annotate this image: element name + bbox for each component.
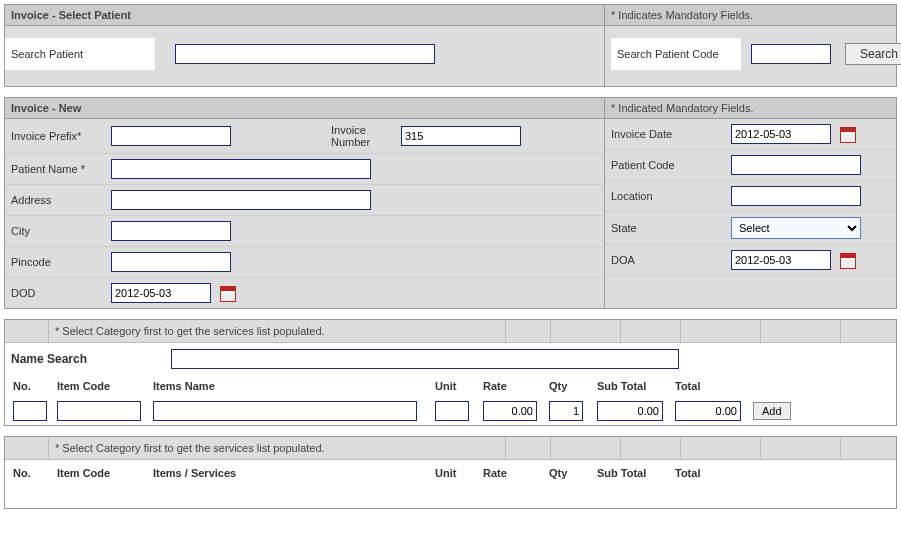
patient-name-label: Patient Name * [11,163,111,175]
city-input[interactable] [111,221,231,241]
patient-name-input[interactable] [111,159,371,179]
scol-rate: Rate [479,464,545,482]
col-sub-total: Sub Total [593,377,671,395]
invoice-date-label: Invoice Date [611,128,731,140]
invoice-prefix-input[interactable] [111,126,231,146]
scol-qty: Qty [545,464,593,482]
col-rate: Rate [479,377,545,395]
items-hint: * Select Category first to get the servi… [49,320,506,342]
name-search-input[interactable] [171,349,679,369]
search-code-label: Search Patient Code [611,38,741,70]
search-button[interactable]: Search [845,43,901,65]
dod-label: DOD [11,287,111,299]
state-label: State [611,222,731,234]
scol-items-services: Items / Services [149,464,431,482]
pincode-input[interactable] [111,252,231,272]
doa-label: DOA [611,254,731,266]
scol-sub-total: Sub Total [593,464,671,482]
scol-unit: Unit [431,464,479,482]
item-unit-input[interactable] [435,401,469,421]
name-search-row: Name Search [5,343,896,375]
summary-column-headers: No. Item Code Items / Services Unit Rate… [5,460,896,486]
item-rate-input[interactable] [483,401,537,421]
summary-body [5,486,896,508]
select-mandatory-hint: * Indicates Mandatory Fields. [605,5,896,25]
invoice-mandatory-hint: * Indicated Mandatory Fields. [605,98,896,118]
address-label: Address [11,194,111,206]
address-input[interactable] [111,190,371,210]
item-subtotal-input[interactable] [597,401,663,421]
search-patient-input[interactable] [175,44,435,64]
col-item-code: Item Code [53,377,149,395]
items-entry-panel: * Select Category first to get the servi… [4,319,897,426]
select-panel-header: Invoice - Select Patient * Indicates Man… [5,5,896,26]
doa-input[interactable] [731,250,831,270]
items-column-headers: No. Item Code Items Name Unit Rate Qty S… [5,375,896,397]
search-code-input[interactable] [751,44,831,64]
name-search-label: Name Search [11,352,171,366]
item-no-input[interactable] [13,401,47,421]
items-hint-row: * Select Category first to get the servi… [5,320,896,343]
select-patient-panel: Invoice - Select Patient * Indicates Man… [4,4,897,87]
scol-no: No. [9,464,53,482]
items-input-row: Add [5,397,896,425]
select-title: Invoice - Select Patient [5,5,605,25]
add-button[interactable]: Add [753,402,791,420]
calendar-icon[interactable] [840,127,856,143]
invoice-number-label: Invoice Number [331,124,401,148]
location-input[interactable] [731,186,861,206]
col-items-name: Items Name [149,377,431,395]
patient-code-label: Patient Code [611,159,731,171]
col-qty: Qty [545,377,593,395]
location-label: Location [611,190,731,202]
invoice-panel-header: Invoice - New * Indicated Mandatory Fiel… [5,98,896,119]
state-select[interactable]: Select [731,217,861,239]
select-row: Search Patient Search Patient Code Searc… [5,26,896,86]
invoice-number-input[interactable] [401,126,521,146]
scol-item-code: Item Code [53,464,149,482]
col-total: Total [671,377,749,395]
summary-hint-row: * Select Category first to get the servi… [5,437,896,460]
col-no: No. [9,377,53,395]
scol-total: Total [671,464,749,482]
invoice-new-panel: Invoice - New * Indicated Mandatory Fiel… [4,97,897,309]
calendar-icon[interactable] [220,286,236,302]
item-code-input[interactable] [57,401,141,421]
item-name-input[interactable] [153,401,417,421]
invoice-date-input[interactable] [731,124,831,144]
item-total-input[interactable] [675,401,741,421]
patient-code-input[interactable] [731,155,861,175]
items-summary-panel: * Select Category first to get the servi… [4,436,897,509]
calendar-icon[interactable] [840,253,856,269]
item-qty-input[interactable] [549,401,583,421]
invoice-prefix-label: Invoice Prefix* [11,130,111,142]
invoice-form: Invoice Prefix* Invoice Number Patient N… [5,119,896,308]
pincode-label: Pincode [11,256,111,268]
search-patient-label: Search Patient [5,38,155,70]
invoice-title: Invoice - New [5,98,605,118]
city-label: City [11,225,111,237]
dod-input[interactable] [111,283,211,303]
col-unit: Unit [431,377,479,395]
summary-hint: * Select Category first to get the servi… [49,437,506,459]
